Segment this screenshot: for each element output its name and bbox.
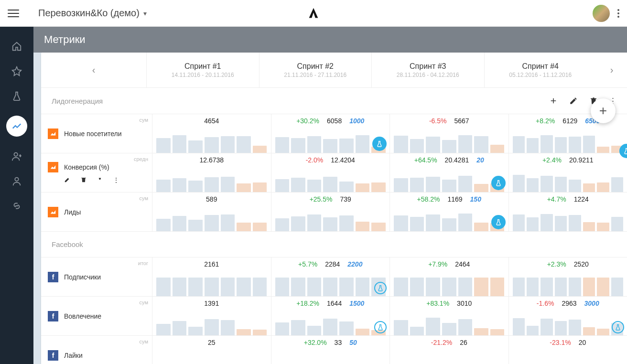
person-icon[interactable]	[11, 176, 22, 186]
row-more-icon[interactable]: ⋮	[113, 176, 119, 184]
metric-value: 2161	[204, 260, 219, 268]
metric-cell: +4.7%1224	[508, 193, 627, 231]
metric-name: Вовлечение	[64, 312, 101, 320]
experiment-icon[interactable]	[374, 282, 387, 294]
experiment-icon[interactable]	[372, 137, 387, 151]
metric-row: сум f Вовлечение 1391+18.2%16441500+83.1…	[41, 297, 627, 336]
metric-name: Подписчики	[64, 273, 101, 281]
delta-value: +64.5%	[414, 156, 437, 164]
sprint-column[interactable]: Спринт #2 21.11.2016 - 27.11.2016	[259, 53, 372, 87]
metric-cell: -23.1%20	[508, 336, 627, 364]
delete-icon[interactable]	[80, 176, 87, 184]
add-metric-icon[interactable]	[549, 96, 558, 105]
analytics-icon	[48, 162, 58, 172]
more-icon[interactable]	[617, 9, 619, 18]
target-value: 1500	[349, 300, 364, 307]
metric-row: сум Лиды 589+25.5%739+58.2%1169150+4.7%1…	[41, 193, 627, 232]
sprint-dates: 14.11.2016 - 20.11.2016	[172, 72, 234, 78]
delta-value: -6.5%	[429, 117, 447, 125]
delta-value: +8.2%	[536, 117, 555, 125]
home-icon[interactable]	[11, 41, 22, 52]
pin-icon[interactable]	[97, 176, 103, 184]
metric-value: 26	[460, 339, 467, 346]
facebook-icon: f	[48, 311, 58, 321]
link-icon[interactable]	[11, 201, 22, 211]
sprint-next[interactable]: ›	[596, 53, 627, 87]
row-label: сум f Вовлечение	[41, 297, 152, 335]
workspace-name: Перевозкин&Ко (демо)	[38, 8, 140, 19]
metric-value: 12.6738	[199, 156, 224, 164]
sprint-title: Спринт #1	[184, 62, 221, 71]
sprint-prev[interactable]: ‹	[41, 53, 146, 87]
sprint-column[interactable]: Спринт #1 14.11.2016 - 20.11.2016	[146, 53, 259, 87]
experiment-icon[interactable]	[612, 321, 624, 333]
target-value: 20	[476, 156, 484, 164]
aggregation-label: сум	[140, 300, 148, 305]
metric-value: 5667	[454, 117, 469, 125]
metric-name: Лайки	[64, 352, 83, 359]
metric-cell: +7.9%2464	[389, 257, 508, 296]
sprint-title: Спринт #2	[297, 62, 334, 71]
metric-value: 3010	[457, 300, 472, 307]
star-icon[interactable]	[11, 66, 22, 76]
facebook-icon: f	[48, 350, 58, 361]
metric-cell: +2.3%2520	[508, 257, 627, 296]
delta-value: +58.2%	[417, 195, 440, 203]
experiment-icon[interactable]	[491, 215, 506, 229]
metric-row: средн Конверсия (%) ⋮ 12.6738-2.0%12.420…	[41, 153, 627, 193]
group-header: Лидогенерация ⋮	[41, 88, 627, 114]
metrics-icon[interactable]	[6, 116, 27, 137]
delta-value: +2.4%	[542, 156, 562, 164]
metric-value: 739	[340, 195, 351, 203]
metric-cell: 12.6738	[152, 153, 271, 192]
sprint-dates: 28.11.2016 - 04.12.2016	[397, 72, 459, 78]
experiment-icon[interactable]	[374, 321, 387, 333]
metric-cell: 2161	[152, 257, 271, 296]
metric-cell: 25	[152, 336, 271, 364]
topbar: Перевозкин&Ко (демо) ▾	[0, 0, 627, 27]
metric-cell: -21.2%26	[389, 336, 508, 364]
avatar[interactable]	[593, 5, 610, 22]
sprint-title: Спринт #3	[410, 62, 446, 71]
metric-cell: +83.1%3010	[389, 297, 508, 335]
delta-value: -23.1%	[550, 339, 571, 346]
metric-value: 1644	[327, 300, 342, 307]
aggregation-label: сум	[140, 195, 148, 201]
team-icon[interactable]	[11, 151, 22, 161]
svg-point-1	[15, 178, 18, 181]
sprint-column[interactable]: Спринт #4 05.12.2016 - 11.12.2016	[484, 53, 597, 87]
group-name: Лидогенерация	[52, 97, 103, 105]
facebook-icon: f	[48, 272, 58, 282]
row-label: сум f Лайки	[41, 336, 152, 364]
metric-row: сум Новые посетители 4654+30.2%60581000-…	[41, 114, 627, 153]
row-label: средн Конверсия (%) ⋮	[41, 153, 152, 192]
metric-cell: +2.4%20.9211	[508, 153, 627, 192]
flask-icon[interactable]	[11, 91, 22, 101]
aggregation-label: средн	[134, 156, 148, 162]
edit-icon[interactable]	[64, 176, 71, 184]
page-title: Метрики	[33, 27, 627, 53]
target-value: 50	[349, 339, 357, 346]
sprint-column[interactable]: Спринт #3 28.11.2016 - 04.12.2016	[371, 53, 484, 87]
metric-value: 25	[208, 339, 216, 346]
row-label: итог f Подписчики	[41, 257, 152, 296]
add-fab[interactable]: +	[591, 98, 616, 123]
aggregation-label: сум	[140, 339, 148, 344]
target-value: 3000	[584, 300, 599, 307]
experiment-icon[interactable]	[491, 176, 506, 190]
delta-value: +7.9%	[428, 260, 447, 268]
sprint-dates: 05.12.2016 - 11.12.2016	[509, 72, 572, 78]
menu-icon[interactable]	[8, 8, 19, 19]
row-label: сум Лиды	[41, 193, 152, 231]
chevron-down-icon: ▾	[143, 10, 147, 17]
metric-value: 1169	[447, 195, 462, 203]
aggregation-label: сум	[140, 117, 148, 123]
metric-cell: +64.5%20.428120	[389, 153, 508, 192]
analytics-icon	[48, 128, 58, 139]
workspace-dropdown[interactable]: Перевозкин&Ко (демо) ▾	[38, 8, 147, 19]
delta-value: +25.5%	[310, 195, 333, 203]
edit-icon[interactable]	[569, 96, 578, 105]
metric-cell: +25.5%739	[271, 193, 390, 231]
metric-value: 6129	[562, 117, 577, 125]
sprint-header: ‹ Спринт #1 14.11.2016 - 20.11.2016 Спри…	[41, 53, 627, 88]
